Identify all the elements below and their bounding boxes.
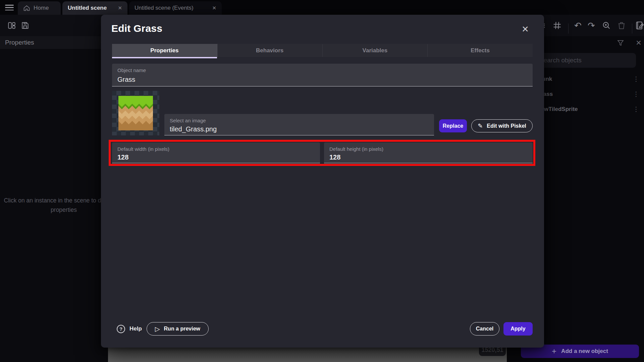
kebab-menu-icon[interactable]: ⋮ <box>633 105 639 113</box>
replace-label: Replace <box>443 123 463 129</box>
run-preview-label: Run a preview <box>164 326 200 332</box>
default-width-field: Default width (in pixels) <box>112 142 320 163</box>
cancel-button[interactable]: Cancel <box>470 322 499 336</box>
default-width-label: Default width (in pixels) <box>117 146 169 152</box>
gdevelop-app: Home Untitled scene ✕ Untitled scene (Ev… <box>0 0 644 362</box>
home-icon <box>23 5 30 12</box>
redo-icon[interactable]: ↷ <box>586 20 596 31</box>
edit-with-piskel-button[interactable]: ✎ Edit with Piskel <box>471 119 533 132</box>
select-image-field: Select an image <box>164 114 434 135</box>
help-button[interactable]: ? Help <box>117 323 142 334</box>
toolbar-divider <box>568 23 569 34</box>
pencil-icon: ✎ <box>478 122 483 130</box>
panel-layout-icon[interactable] <box>7 20 17 31</box>
search-objects-box <box>534 53 636 68</box>
close-tab-icon[interactable]: ✕ <box>118 5 122 11</box>
close-tab-icon[interactable]: ✕ <box>212 5 216 11</box>
kebab-menu-icon[interactable]: ⋮ <box>633 75 639 83</box>
trash-icon[interactable] <box>616 20 627 31</box>
grid-icon[interactable] <box>552 20 562 31</box>
default-height-field: Default height (in pixels) <box>324 142 533 163</box>
tab-properties[interactable]: Properties <box>112 44 217 57</box>
events-sheet-icon[interactable] <box>635 20 644 31</box>
undo-icon[interactable]: ↶ <box>573 20 583 31</box>
properties-panel-header: Properties <box>0 36 108 49</box>
play-icon: ▷ <box>155 325 160 333</box>
tab-variables[interactable]: Variables <box>323 44 428 57</box>
filter-icon[interactable] <box>616 39 625 47</box>
tab-effects[interactable]: Effects <box>428 44 533 57</box>
grass-sprite-image <box>118 96 154 130</box>
kebab-menu-icon[interactable]: ⋮ <box>633 90 639 98</box>
default-height-label: Default height (in pixels) <box>329 146 383 152</box>
replace-button[interactable]: Replace <box>439 119 467 132</box>
default-height-input[interactable] <box>329 153 527 162</box>
image-name-input[interactable] <box>170 125 429 134</box>
search-objects-input[interactable] <box>534 53 636 68</box>
save-icon[interactable] <box>20 20 30 31</box>
plus-icon: + <box>552 347 556 356</box>
apply-button[interactable]: Apply <box>503 322 533 336</box>
add-object-label: Add a new object <box>561 348 608 355</box>
object-name-label: Object name <box>117 67 146 73</box>
tab-behaviors[interactable]: Behaviors <box>217 44 323 57</box>
run-preview-button[interactable]: ▷ Run a preview <box>147 322 209 336</box>
toolbar-divider <box>632 23 632 34</box>
tab-label: Home <box>34 5 49 11</box>
tab-label: Untitled scene <box>68 5 107 11</box>
object-name-field: Object name <box>112 64 533 86</box>
dialog-title: Edit Grass <box>111 23 162 34</box>
tab-untitled-scene[interactable]: Untitled scene ✕ <box>62 1 127 15</box>
apply-label: Apply <box>511 326 525 332</box>
edit-grass-dialog: Edit Grass ✕ Properties Behaviors Variab… <box>101 15 544 348</box>
piskel-label: Edit with Piskel <box>487 123 526 129</box>
dialog-tab-bar: Properties Behaviors Variables Effects <box>112 44 533 57</box>
top-tab-bar: Home Untitled scene ✕ Untitled scene (Ev… <box>0 0 644 15</box>
help-label: Help <box>129 325 142 332</box>
dialog-close-icon[interactable]: ✕ <box>520 23 531 35</box>
tab-home[interactable]: Home <box>18 1 61 15</box>
properties-panel: Properties Click on an instance in the s… <box>0 36 108 362</box>
default-width-input[interactable] <box>117 153 315 162</box>
sprite-thumbnail[interactable] <box>112 91 159 135</box>
tab-label: Untitled scene (Events) <box>135 5 194 11</box>
cancel-label: Cancel <box>476 326 493 332</box>
zoom-in-icon[interactable] <box>601 20 611 31</box>
tab-untitled-scene-events[interactable]: Untitled scene (Events) ✕ <box>129 1 222 15</box>
close-panel-icon[interactable]: ✕ <box>635 39 643 47</box>
hamburger-menu-icon[interactable] <box>5 5 14 10</box>
object-name-input[interactable] <box>117 74 527 85</box>
help-icon: ? <box>117 325 125 333</box>
select-image-label: Select an image <box>170 118 206 123</box>
